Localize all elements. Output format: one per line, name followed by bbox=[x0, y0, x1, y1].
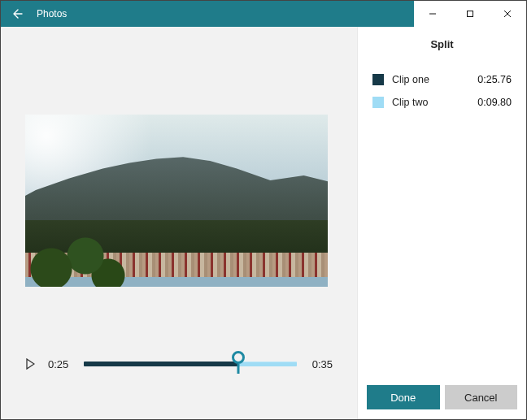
app-title: Photos bbox=[37, 8, 414, 19]
cancel-button[interactable]: Cancel bbox=[445, 385, 518, 409]
panel-buttons: Done Cancel bbox=[358, 377, 526, 419]
video-preview[interactable] bbox=[25, 115, 328, 287]
arrow-left-icon bbox=[11, 7, 24, 20]
svg-rect-0 bbox=[468, 11, 473, 17]
clip-color-swatch bbox=[372, 97, 384, 108]
back-button[interactable] bbox=[1, 1, 33, 27]
title-bar: Photos bbox=[1, 1, 526, 27]
clip-row[interactable]: Clip one 0:25.76 bbox=[358, 68, 526, 91]
total-time: 0:35 bbox=[308, 358, 333, 370]
clip-row[interactable]: Clip two 0:09.80 bbox=[358, 91, 526, 114]
clip-name: Clip one bbox=[392, 74, 469, 85]
clip-one-segment bbox=[84, 362, 238, 366]
maximize-button[interactable] bbox=[451, 1, 489, 27]
close-icon bbox=[503, 10, 512, 18]
current-time: 0:25 bbox=[48, 358, 72, 370]
minimize-button[interactable] bbox=[414, 1, 451, 27]
clip-color-swatch bbox=[372, 74, 384, 85]
split-panel: Split Clip one 0:25.76 Clip two 0:09.80 … bbox=[357, 27, 526, 419]
clip-two-segment bbox=[238, 362, 297, 366]
clip-duration: 0:09.80 bbox=[477, 97, 512, 108]
clip-name: Clip two bbox=[392, 97, 469, 108]
maximize-icon bbox=[466, 10, 474, 18]
clip-duration: 0:25.76 bbox=[477, 74, 512, 85]
split-handle-stem bbox=[237, 364, 239, 374]
timeline-track[interactable] bbox=[84, 353, 297, 375]
timeline: 0:25 0:35 bbox=[25, 348, 333, 380]
close-button[interactable] bbox=[489, 1, 526, 27]
panel-title: Split bbox=[358, 27, 526, 68]
play-icon bbox=[25, 358, 35, 370]
play-button[interactable] bbox=[25, 358, 37, 370]
window-controls bbox=[414, 1, 526, 27]
done-button[interactable]: Done bbox=[367, 385, 440, 409]
editor-pane: 0:25 0:35 bbox=[1, 27, 357, 419]
split-handle[interactable] bbox=[232, 351, 245, 364]
minimize-icon bbox=[429, 10, 437, 18]
